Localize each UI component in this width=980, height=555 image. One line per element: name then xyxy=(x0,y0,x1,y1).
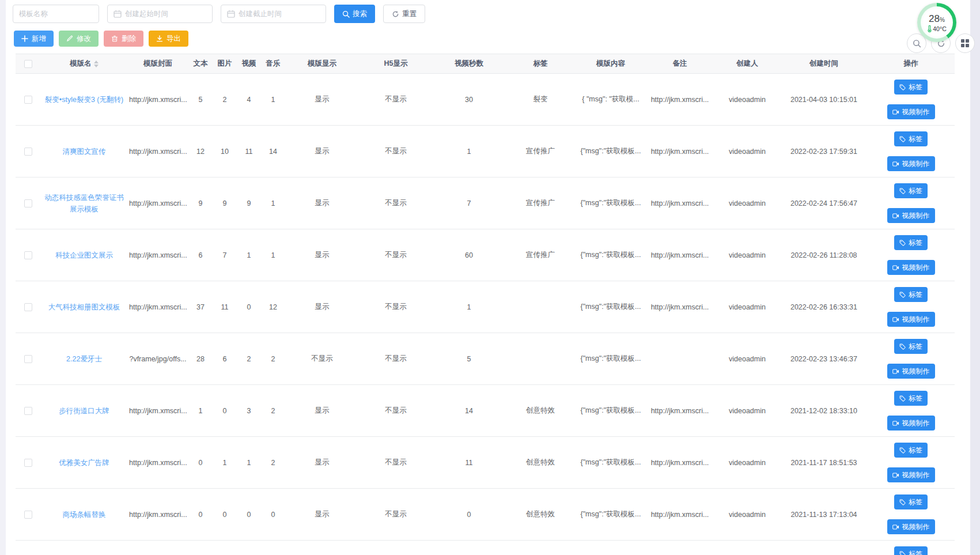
row-checkbox[interactable] xyxy=(24,303,32,311)
video-camera-icon xyxy=(892,368,899,375)
row-checkbox[interactable] xyxy=(24,96,32,104)
creator-value: videoadmin xyxy=(714,74,781,126)
tag-button-label: 标签 xyxy=(909,186,922,196)
row-checkbox[interactable] xyxy=(24,511,32,519)
end-date-input[interactable] xyxy=(239,10,320,18)
tag-icon xyxy=(899,447,906,454)
toolbar: 新增 修改 删除 导出 xyxy=(14,31,188,47)
template-name-link[interactable]: 清爽图文宣传 xyxy=(63,146,106,157)
select-all-checkbox[interactable] xyxy=(24,60,32,68)
table-row: 优雅美女广告牌 http://jkm.xmscri... 0 1 1 2 显示 … xyxy=(16,437,955,489)
col-text: 文本 xyxy=(188,54,213,74)
video-make-button[interactable]: 视频制作 xyxy=(887,156,935,171)
reset-button[interactable]: 重置 xyxy=(383,5,425,23)
tag-button[interactable]: 标签 xyxy=(894,131,928,146)
export-button[interactable]: 导出 xyxy=(149,31,188,47)
tag-value: 创意特效 xyxy=(505,489,576,541)
table-body: 裂变•style裂变3 (无翻转) http://jkm.xmscri... 5… xyxy=(16,74,955,555)
tag-button[interactable]: 标签 xyxy=(894,287,928,302)
video-make-button[interactable]: 视频制作 xyxy=(887,364,935,379)
row-checkbox[interactable] xyxy=(24,407,32,415)
text-count: 5 xyxy=(188,74,213,126)
h5-status: 不显示 xyxy=(359,126,433,178)
table-row: 步行街道口大牌 http://jkm.xmscri... 1 0 3 2 显示 … xyxy=(16,385,955,437)
creator-value xyxy=(714,541,781,555)
system-status-gauge[interactable]: 28% 40°C xyxy=(917,3,956,42)
template-name-input[interactable] xyxy=(19,10,93,18)
tag-button[interactable]: 标签 xyxy=(894,494,928,509)
tag-button[interactable]: 标签 xyxy=(894,546,928,555)
cover-url: http://jkm.xmscri... xyxy=(127,437,188,489)
template-name-cell: 步行街道口大牌 xyxy=(41,385,127,437)
start-date-input[interactable] xyxy=(125,10,206,18)
search-button[interactable]: 搜索 xyxy=(334,5,375,23)
tag-button[interactable]: 标签 xyxy=(894,339,928,354)
template-name-link[interactable]: 大气科技相册图文模板 xyxy=(48,301,120,313)
video-make-button[interactable]: 视频制作 xyxy=(887,467,935,482)
row-checkbox[interactable] xyxy=(24,199,32,207)
template-name-link[interactable]: 步行街道口大牌 xyxy=(59,405,109,417)
video-make-button[interactable]: 视频制作 xyxy=(887,416,935,431)
video-make-button[interactable]: 视频制作 xyxy=(887,519,935,534)
row-checkbox[interactable] xyxy=(24,355,32,363)
created-time: 2022-02-23 13:46:37 xyxy=(781,333,867,385)
template-name-link[interactable]: 科技企业图文展示 xyxy=(55,250,113,261)
remark-value: http://jkm.xmscri... xyxy=(646,281,714,333)
content-preview: {"msg":"获取模板... xyxy=(576,229,646,281)
video-make-button[interactable]: 视频制作 xyxy=(887,260,935,275)
display-status: 显示 xyxy=(285,74,359,126)
template-name-link[interactable]: 优雅美女广告牌 xyxy=(59,457,109,469)
col-video: 视频 xyxy=(237,54,261,74)
display-status: 显示 xyxy=(285,385,359,437)
row-checkbox[interactable] xyxy=(24,148,32,156)
apps-grid-button[interactable] xyxy=(955,33,975,53)
template-name-link[interactable]: 2.22爱牙士 xyxy=(66,353,102,365)
tag-value: 宣传推广 xyxy=(505,178,576,229)
template-name-cell: 动态科技感蓝色荣誉证书展示模板 xyxy=(41,178,127,229)
tag-button[interactable]: 标签 xyxy=(894,391,928,406)
temperature-value: 40°C xyxy=(933,25,946,32)
sort-asc-icon[interactable] xyxy=(94,61,99,63)
tag-button[interactable]: 标签 xyxy=(894,80,928,95)
creator-value: videoadmin xyxy=(714,385,781,437)
operations-cell: 标签 视频制作 xyxy=(867,229,955,281)
template-name-filter[interactable] xyxy=(13,5,99,23)
calendar-icon xyxy=(113,10,122,18)
template-name-link[interactable]: 动态科技感蓝色荣誉证书展示模板 xyxy=(43,192,126,215)
created-time: 2022-02-24 17:56:47 xyxy=(781,178,867,229)
sort-control[interactable] xyxy=(94,61,99,67)
delete-button[interactable]: 删除 xyxy=(104,31,143,47)
row-checkbox[interactable] xyxy=(24,459,32,467)
add-button[interactable]: 新增 xyxy=(14,31,54,47)
video-make-button[interactable]: 视频制作 xyxy=(887,312,935,327)
row-select-cell xyxy=(16,489,41,541)
col-created: 创建时间 xyxy=(781,54,867,74)
video-make-button[interactable]: 视频制作 xyxy=(887,208,935,223)
template-name-link[interactable]: 商场条幅替换 xyxy=(63,509,106,520)
tag-button[interactable]: 标签 xyxy=(894,235,928,250)
edit-button[interactable]: 修改 xyxy=(59,31,99,47)
music-count: 2 xyxy=(261,385,285,437)
row-checkbox[interactable] xyxy=(24,251,32,259)
video-make-button-label: 视频制作 xyxy=(902,418,930,428)
template-name-link[interactable]: 裂变•style裂变3 (无翻转) xyxy=(45,94,123,105)
video-count: 4 xyxy=(237,74,261,126)
cover-url: ?vframe/jpg/offs... xyxy=(127,333,188,385)
tag-icon xyxy=(899,136,906,142)
template-name-cell: 2.22爱牙士 xyxy=(41,333,127,385)
tag-button-label: 标签 xyxy=(909,238,922,248)
display-status xyxy=(285,541,359,555)
video-make-button[interactable]: 视频制作 xyxy=(887,104,935,119)
end-date-filter[interactable] xyxy=(221,5,326,23)
text-count: 6 xyxy=(188,229,213,281)
sort-desc-icon[interactable] xyxy=(94,65,99,67)
table-row: 清爽图文宣传 http://jkm.xmscri... 12 10 11 14 … xyxy=(16,126,955,178)
tag-button[interactable]: 标签 xyxy=(894,443,928,458)
grid-icon xyxy=(961,39,969,47)
start-date-filter[interactable] xyxy=(107,5,213,23)
tag-button[interactable]: 标签 xyxy=(894,183,928,198)
h5-status: 不显示 xyxy=(359,437,433,489)
music-count: 1 xyxy=(261,178,285,229)
operations-cell: 标签 视频制作 xyxy=(867,281,955,333)
h5-status: 不显示 xyxy=(359,178,433,229)
